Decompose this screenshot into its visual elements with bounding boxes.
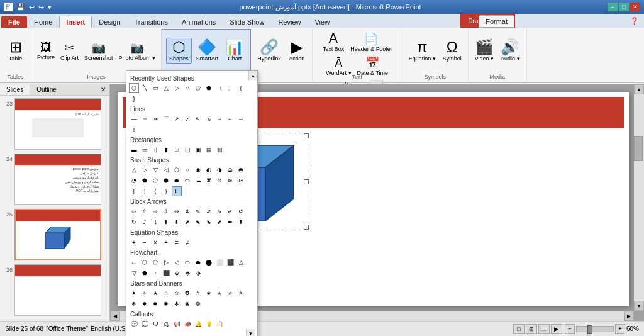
flow-7[interactable]: ⬬ — [193, 257, 203, 267]
callout-1[interactable]: 💬 — [129, 319, 139, 329]
basic-11[interactable]: ◓ — [236, 165, 246, 175]
arrow-3[interactable]: ⇨ — [150, 206, 160, 216]
eq-3[interactable]: × — [150, 237, 160, 247]
star-17[interactable]: ❀ — [182, 299, 192, 309]
recent-shape-5[interactable]: ▷ — [172, 83, 182, 93]
arrow-8[interactable]: ⇗ — [204, 206, 214, 216]
handle-midright[interactable] — [304, 179, 309, 184]
basic-20[interactable]: ⊕ — [214, 176, 225, 186]
close-button[interactable]: ✕ — [630, 3, 640, 11]
recent-shape-12[interactable]: } — [129, 94, 139, 104]
tab-view[interactable]: View — [308, 16, 336, 28]
basic-9[interactable]: ◑ — [214, 165, 225, 175]
basic-26[interactable]: } — [161, 186, 171, 196]
textbox-button[interactable]: A Text Box — [320, 30, 347, 53]
basic-2[interactable]: ▷ — [140, 165, 150, 175]
clipart-button[interactable]: ✂ Clip Art — [58, 40, 80, 62]
smartart-button[interactable]: 🔷 SmartArt — [194, 38, 221, 63]
line-9[interactable]: → — [214, 114, 225, 124]
line-6[interactable]: ↙ — [182, 114, 192, 124]
slide-preview-24[interactable]: آموزش power pointآموزش طراحیبا نرم‌افزار… — [14, 154, 101, 205]
arrow-2[interactable]: ⇧ — [140, 206, 150, 216]
shapes-scroll-down[interactable]: ▼ — [246, 329, 255, 336]
tab-format[interactable]: Format — [479, 15, 514, 28]
star-8[interactable]: ✬ — [204, 288, 214, 298]
arrow-5[interactable]: ⇔ — [172, 206, 182, 216]
basic-19[interactable]: ⌘ — [204, 176, 214, 186]
headerfooter-button[interactable]: 📄 Header & Footer — [348, 31, 394, 53]
line-8[interactable]: ↘ — [204, 114, 214, 124]
flow-18[interactable]: ⬗ — [193, 268, 203, 278]
tab-animations[interactable]: Animations — [175, 16, 223, 28]
basic-7[interactable]: ◉ — [193, 165, 203, 175]
recent-shape-4[interactable]: △ — [161, 83, 171, 93]
eq-6[interactable]: ≠ — [182, 237, 192, 247]
slides-tab[interactable]: Slides — [0, 84, 30, 95]
rect-8[interactable]: ▤ — [204, 145, 214, 155]
arrow-19[interactable]: ⬊ — [204, 217, 214, 227]
rect-9[interactable]: ▥ — [214, 145, 225, 155]
eq-4[interactable]: ÷ — [161, 237, 171, 247]
hyperlink-button[interactable]: 🔗 Hyperlink — [255, 38, 284, 63]
symbol-button[interactable]: Ω Symbol — [440, 38, 464, 63]
basic-8[interactable]: ◐ — [204, 165, 214, 175]
undo-quick-btn[interactable]: ↩ — [28, 3, 36, 11]
basic-1[interactable]: △ — [129, 165, 139, 175]
arrow-18[interactable]: ⬉ — [193, 217, 203, 227]
callout-5[interactable]: 📢 — [172, 319, 182, 329]
minimize-button[interactable]: − — [608, 3, 618, 11]
line-3[interactable]: ╍ — [150, 114, 160, 124]
recent-shape-9[interactable]: 〔 — [214, 83, 225, 93]
flow-9[interactable]: ⬜ — [214, 257, 225, 267]
slide-preview-25[interactable] — [14, 209, 101, 260]
flow-8[interactable]: ⬤ — [204, 257, 214, 267]
flow-6[interactable]: ⬭ — [182, 257, 192, 267]
star-4[interactable]: ☆ — [161, 288, 171, 298]
line-7[interactable]: ↖ — [193, 114, 203, 124]
star-7[interactable]: ✫ — [193, 288, 203, 298]
line-2[interactable]: ╌ — [140, 114, 150, 124]
basic-12[interactable]: ◔ — [129, 176, 139, 186]
eq-2[interactable]: − — [140, 237, 150, 247]
scroll-up-btn[interactable]: ▲ — [634, 84, 644, 94]
handle-botright[interactable] — [304, 225, 309, 230]
eq-1[interactable]: + — [129, 237, 139, 247]
rect-1[interactable]: ▬ — [129, 145, 139, 155]
flow-5[interactable]: ◁ — [172, 257, 182, 267]
basic-14[interactable]: ⬠ — [150, 176, 160, 186]
slidesorter-view-btn[interactable]: ⊞ — [526, 324, 537, 334]
tab-design[interactable]: Design — [92, 16, 127, 28]
maximize-button[interactable]: □ — [619, 3, 629, 11]
basic-17[interactable]: ⬭ — [182, 176, 192, 186]
normal-view-btn[interactable]: □ — [513, 324, 525, 334]
basic-24[interactable]: ] — [140, 186, 150, 196]
arrow-4[interactable]: ⇩ — [161, 206, 171, 216]
recent-shape-3[interactable]: ▭ — [150, 83, 160, 93]
basic-13[interactable]: ⬟ — [140, 176, 150, 186]
equation-button[interactable]: π Equation ▾ — [406, 38, 438, 63]
callout-9[interactable]: 📋 — [214, 319, 225, 329]
scroll-left-btn[interactable]: ◀ — [110, 311, 120, 321]
star-15[interactable]: ✺ — [161, 299, 171, 309]
zoom-in-btn[interactable]: + — [615, 324, 625, 334]
star-2[interactable]: ✧ — [140, 288, 150, 298]
eq-5[interactable]: = — [172, 237, 182, 247]
arrow-17[interactable]: ⬈ — [182, 217, 192, 227]
star-13[interactable]: ✸ — [140, 299, 150, 309]
callout-6[interactable]: 📣 — [182, 319, 192, 329]
rect-5[interactable]: □ — [172, 145, 182, 155]
chart-button[interactable]: 📊 Chart — [223, 38, 247, 63]
star-11[interactable]: ✯ — [236, 288, 246, 298]
table-button[interactable]: ⊞ Table — [4, 38, 27, 63]
recent-shape-7[interactable]: ⬠ — [193, 83, 203, 93]
basic-lshape[interactable]: L — [172, 186, 182, 196]
audio-button[interactable]: 🔊 Audio ▾ — [498, 38, 523, 63]
star-12[interactable]: ❄ — [129, 299, 139, 309]
rect-4[interactable]: ▮ — [161, 145, 171, 155]
arrow-11[interactable]: ↺ — [236, 206, 246, 216]
flow-15[interactable]: ⬛ — [161, 268, 171, 278]
rect-6[interactable]: ▢ — [182, 145, 192, 155]
reading-view-btn[interactable]: 📖 — [538, 324, 550, 334]
star-9[interactable]: ✭ — [214, 288, 225, 298]
slide-preview-23[interactable]: تخیره ارائه pdf — [14, 98, 101, 150]
